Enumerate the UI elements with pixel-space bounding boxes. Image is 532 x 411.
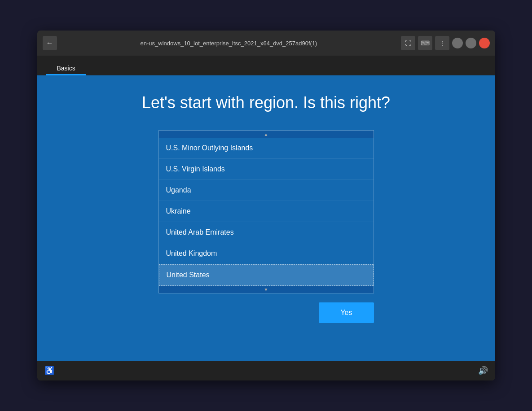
content-area: Basics Let's start with region. Is this … [37,56,495,380]
bottom-bar: ♿ 🔊 [37,361,495,380]
tab-bar: Basics [37,56,495,75]
main-content: Let's start with region. Is this right? … [37,75,495,361]
maximize-button[interactable] [466,38,476,48]
back-button[interactable]: ← [43,36,57,50]
button-row: Yes [158,302,374,323]
minimize-button[interactable] [452,38,463,48]
fullscreen-button[interactable]: ⛶ [401,36,415,50]
volume-icon[interactable]: 🔊 [478,366,488,376]
window-title: en-us_windows_10_iot_enterprise_ltsc_202… [62,40,396,47]
list-item-selected[interactable]: United States [159,264,374,286]
list-item[interactable]: Uganda [159,180,374,201]
region-list-wrapper: ▲ U.S. Minor Outlying Islands U.S. Virgi… [158,130,374,293]
tab-basics[interactable]: Basics [46,61,86,75]
titlebar: ← en-us_windows_10_iot_enterprise_ltsc_2… [37,31,495,56]
titlebar-controls: ⛶ ⌨ ⋮ [401,36,490,50]
scroll-up-arrow[interactable]: ▲ [159,131,374,138]
page-headline: Let's start with region. Is this right? [109,93,423,112]
list-item[interactable]: Ukraine [159,201,374,222]
list-item[interactable]: U.S. Virgin Islands [159,159,374,180]
list-item[interactable]: United Arab Emirates [159,222,374,243]
yes-button[interactable]: Yes [319,302,374,323]
accessibility-icon[interactable]: ♿ [44,366,54,376]
region-list-scroll[interactable]: U.S. Minor Outlying Islands U.S. Virgin … [159,138,374,286]
close-button[interactable] [479,38,490,48]
list-item[interactable]: U.S. Minor Outlying Islands [159,138,374,159]
more-button[interactable]: ⋮ [435,36,449,50]
browser-window: ← en-us_windows_10_iot_enterprise_ltsc_2… [37,31,495,380]
scroll-down-arrow[interactable]: ▼ [159,286,374,293]
list-item[interactable]: United Kingdom [159,243,374,264]
keyboard-button[interactable]: ⌨ [418,36,432,50]
